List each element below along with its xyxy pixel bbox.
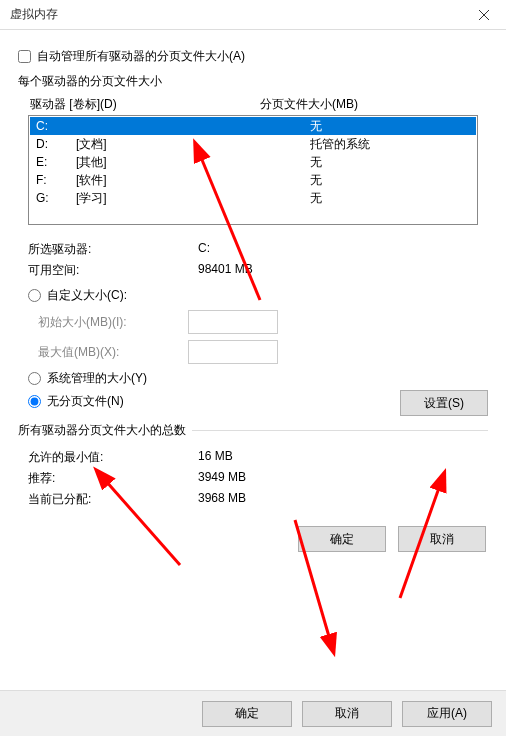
selected-drive-value: C: <box>198 241 488 258</box>
initial-size-row: 初始大小(MB)(I): <box>28 310 488 334</box>
free-space-value: 98401 MB <box>198 262 488 279</box>
drive-size: 无 <box>286 189 470 207</box>
custom-size-input[interactable] <box>28 289 41 302</box>
drive-list[interactable]: C:无D:[文档]托管的系统E:[其他]无F:[软件]无G:[学习]无 <box>28 115 478 225</box>
max-size-row: 最大值(MB)(X): <box>28 340 488 364</box>
drive-row[interactable]: E:[其他]无 <box>30 153 476 171</box>
drive-size: 无 <box>286 171 470 189</box>
min-row: 允许的最小值: 16 MB <box>28 447 488 468</box>
drive-label <box>76 117 286 135</box>
system-managed-label: 系统管理的大小(Y) <box>47 370 147 387</box>
min-label: 允许的最小值: <box>28 449 198 466</box>
close-icon <box>479 10 489 20</box>
inner-ok-button[interactable]: 确定 <box>298 526 386 552</box>
system-managed-radio[interactable]: 系统管理的大小(Y) <box>28 370 488 387</box>
drive-row[interactable]: D:[文档]托管的系统 <box>30 135 476 153</box>
drive-row[interactable]: G:[学习]无 <box>30 189 476 207</box>
initial-size-field[interactable] <box>188 310 278 334</box>
auto-manage-checkbox[interactable]: 自动管理所有驱动器的分页文件大小(A) <box>18 48 488 65</box>
no-paging-input[interactable] <box>28 395 41 408</box>
custom-size-label: 自定义大小(C): <box>47 287 127 304</box>
drive-letter: D: <box>36 135 76 153</box>
min-value: 16 MB <box>198 449 488 466</box>
drive-size: 无 <box>286 153 470 171</box>
cur-row: 当前已分配: 3968 MB <box>28 489 488 510</box>
initial-size-label: 初始大小(MB)(I): <box>38 314 188 331</box>
totals-title: 所有驱动器分页文件大小的总数 <box>18 422 192 439</box>
selected-drive-row: 所选驱动器: C: <box>28 239 488 260</box>
drive-letter: C: <box>36 117 76 135</box>
per-drive-title: 每个驱动器的分页文件大小 <box>18 73 488 90</box>
free-space-label: 可用空间: <box>28 262 198 279</box>
outer-ok-button[interactable]: 确定 <box>202 701 292 727</box>
drive-row[interactable]: F:[软件]无 <box>30 171 476 189</box>
outer-dialog-buttons: 确定 取消 应用(A) <box>0 690 506 736</box>
drive-list-header: 驱动器 [卷标](D) 分页文件大小(MB) <box>28 96 488 115</box>
rec-label: 推荐: <box>28 470 198 487</box>
window-title: 虚拟内存 <box>10 6 58 23</box>
per-drive-group: 每个驱动器的分页文件大小 驱动器 [卷标](D) 分页文件大小(MB) C:无D… <box>18 73 488 416</box>
auto-manage-input[interactable] <box>18 50 31 63</box>
header-drive: 驱动器 [卷标](D) <box>30 96 260 113</box>
auto-manage-label: 自动管理所有驱动器的分页文件大小(A) <box>37 48 245 65</box>
cur-value: 3968 MB <box>198 491 488 508</box>
drive-label: [软件] <box>76 171 286 189</box>
drive-size: 无 <box>286 117 470 135</box>
inner-dialog-buttons: 确定 取消 <box>18 520 488 566</box>
inner-cancel-button[interactable]: 取消 <box>398 526 486 552</box>
drive-label: [其他] <box>76 153 286 171</box>
custom-size-radio[interactable]: 自定义大小(C): <box>28 287 488 304</box>
header-size: 分页文件大小(MB) <box>260 96 486 113</box>
drive-row[interactable]: C:无 <box>30 117 476 135</box>
drive-letter: E: <box>36 153 76 171</box>
titlebar: 虚拟内存 <box>0 0 506 30</box>
max-size-field[interactable] <box>188 340 278 364</box>
set-button[interactable]: 设置(S) <box>400 390 488 416</box>
rec-value: 3949 MB <box>198 470 488 487</box>
max-size-label: 最大值(MB)(X): <box>38 344 188 361</box>
no-paging-label: 无分页文件(N) <box>47 393 124 410</box>
drive-label: [学习] <box>76 189 286 207</box>
system-managed-input[interactable] <box>28 372 41 385</box>
close-button[interactable] <box>461 0 506 30</box>
drive-letter: F: <box>36 171 76 189</box>
totals-group: 所有驱动器分页文件大小的总数 允许的最小值: 16 MB 推荐: 3949 MB… <box>18 430 488 520</box>
outer-apply-button[interactable]: 应用(A) <box>402 701 492 727</box>
drive-letter: G: <box>36 189 76 207</box>
free-space-row: 可用空间: 98401 MB <box>28 260 488 281</box>
drive-label: [文档] <box>76 135 286 153</box>
drive-size: 托管的系统 <box>286 135 470 153</box>
rec-row: 推荐: 3949 MB <box>28 468 488 489</box>
cur-label: 当前已分配: <box>28 491 198 508</box>
selected-drive-label: 所选驱动器: <box>28 241 198 258</box>
outer-cancel-button[interactable]: 取消 <box>302 701 392 727</box>
